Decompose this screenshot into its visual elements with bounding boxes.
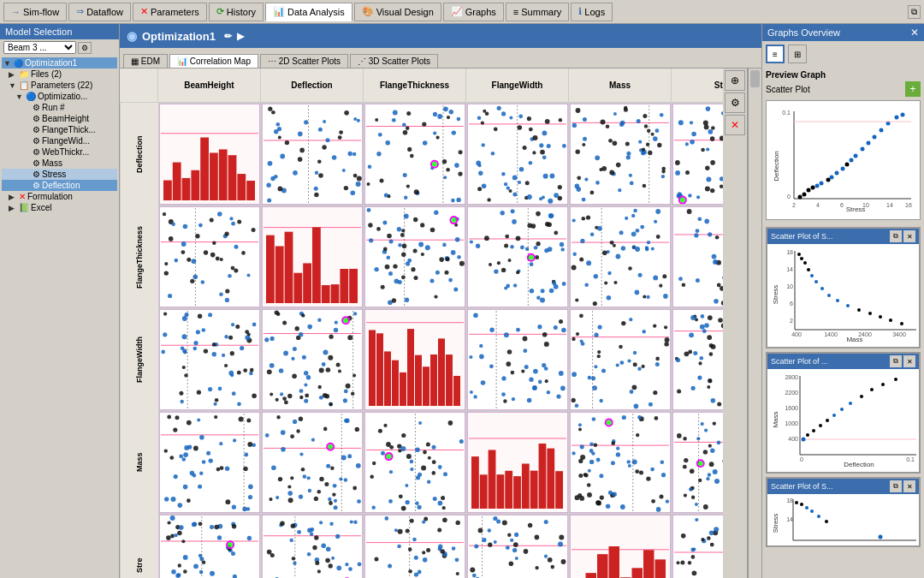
scatter-cell-2-5[interactable] [672,308,723,411]
svg-point-946 [378,429,382,433]
tree-item-formulation[interactable]: ▶ ✕ Formulation [2,191,117,202]
scatter-cell-3-5[interactable] [672,411,723,514]
svg-point-1397 [835,171,839,176]
tab-edm[interactable]: ▦ EDM [123,54,168,68]
scatter-cell-2-3[interactable] [466,308,569,411]
scatter-cell-0-1[interactable] [261,103,364,206]
graphs-overview-scroll[interactable]: Preview Graph Scatter Plot + Deflection … [762,67,924,578]
filter-tool[interactable]: ✕ [725,115,745,135]
tab-2d-scatter[interactable]: ⋯ 2D Scatter Plots [260,54,348,68]
scatter-cell-3-1[interactable] [261,411,364,514]
svg-point-854 [184,445,189,450]
close-graphs-overview[interactable]: ✕ [910,27,919,39]
svg-point-179 [582,143,585,146]
svg-point-425 [504,243,508,247]
scatter-cell-3-0[interactable] [158,411,261,514]
tree-item-deflection[interactable]: ▶ ⚙ Deflection [2,180,117,191]
tab-logs[interactable]: ℹ Logs [571,3,613,21]
model-select-btn[interactable]: ⚙ [78,42,92,54]
model-select-dropdown[interactable]: Beam 3 ... [3,41,76,54]
vertical-scrollbar[interactable] [748,69,761,578]
scatter-cell-2-2[interactable] [364,308,466,411]
grid-view-btn[interactable]: ⊞ [788,45,807,63]
settings-tool[interactable]: ⚙ [725,92,745,113]
tree-item-flangethick[interactable]: ▶ ⚙ FlangeThick... [2,124,117,135]
svg-point-1008 [606,504,610,509]
tab-parameters[interactable]: ✕ Parameters [133,3,207,21]
svg-point-585 [231,323,234,326]
svg-point-1456 [840,408,844,411]
scatter-cell-3-2[interactable] [364,411,466,514]
svg-point-336 [389,240,394,244]
tab-summary[interactable]: ≡ Summary [506,3,569,21]
svg-point-609 [282,396,287,401]
tab-graphs[interactable]: 📈 Graphs [443,3,504,21]
tree-item-run[interactable]: ▶ ⚙ Run # [2,102,117,113]
scatter-cell-0-5[interactable] [672,103,723,206]
mini-graph-3-close[interactable]: ✕ [903,480,915,492]
svg-point-1023 [620,504,625,509]
tree-item-opt-node[interactable]: ▼ 🔵 Optimizatio... [2,91,117,102]
scatter-cell-3-4[interactable] [569,411,672,514]
tab-dataflow[interactable]: ⇒ Dataflow [68,3,131,21]
scatter-cell-1-1[interactable] [261,206,364,308]
scatter-cell-1-4[interactable] [569,206,672,308]
svg-point-90 [406,111,411,116]
tab-visual-design[interactable]: 🎨 Visual Design [354,3,441,21]
svg-point-752 [598,325,602,329]
tab-history[interactable]: ⟳ History [209,3,264,21]
scatter-cell-0-0[interactable] [158,103,261,206]
cursor-tool[interactable]: ⊕ [725,70,745,91]
tree-item-files[interactable]: ▶ 📁 Files (2) [2,69,117,80]
tree-item-optimization1[interactable]: ▼ 🔵 Optimization1 [2,57,117,69]
scatter-cell-2-0[interactable] [158,308,261,411]
add-graph-btn[interactable]: + [905,81,921,97]
scatter-cell-2-4[interactable] [569,308,672,411]
scatter-cell-3-3[interactable] [466,411,569,514]
svg-text:1400: 1400 [824,331,838,337]
scatter-cell-1-2[interactable] [364,206,466,308]
mini-graph-1-restore[interactable]: ⧉ [890,230,902,242]
edit-icon[interactable]: ✏ [224,31,232,42]
list-view-btn[interactable]: ≡ [766,45,785,63]
svg-point-617 [299,389,304,393]
svg-rect-1325 [655,559,666,578]
mini-graph-1-close[interactable]: ✕ [903,230,915,242]
tree-item-excel[interactable]: ▶ 📗 Excel [2,202,117,213]
svg-point-574 [243,368,247,372]
svg-point-1236 [456,521,460,525]
svg-rect-326 [331,284,340,303]
tree-item-flangewidth[interactable]: ▶ ⚙ FlangeWid... [2,135,117,146]
scatter-cell-4-3[interactable] [466,514,569,578]
scatter-cell-0-2[interactable] [364,103,466,206]
scatter-cell-1-0[interactable] [158,206,261,308]
scatter-cell-2-1[interactable] [261,308,364,411]
svg-point-513 [722,276,723,280]
svg-point-1039 [595,500,601,505]
svg-point-248 [705,166,709,170]
scatter-cell-0-4[interactable] [569,103,672,206]
tab-sim-flow[interactable]: → Sim-flow [3,3,67,21]
scatter-cell-0-3[interactable] [466,103,569,206]
svg-point-118 [512,193,517,197]
tree-item-parameters[interactable]: ▼ 📋 Parameters (22) [2,80,117,91]
scatter-cell-4-1[interactable] [261,514,364,578]
tab-data-analysis[interactable]: 📊 Data Analysis [265,3,352,21]
tree-item-mass[interactable]: ▶ ⚙ Mass [2,158,117,169]
mini-graph-2-restore[interactable]: ⧉ [890,355,902,367]
mini-graph-3-restore[interactable]: ⧉ [890,480,902,492]
scatter-cell-1-5[interactable] [672,206,723,308]
tab-3d-scatter[interactable]: ⋰ 3D Scatter Plots [350,54,438,68]
tree-item-webthick[interactable]: ▶ ⚙ WebThickr... [2,146,117,158]
scatter-cell-4-4[interactable] [569,514,672,578]
tab-correlation-map[interactable]: 📊 Correlation Map [169,54,258,68]
restore-button[interactable]: ⧉ [908,5,921,19]
svg-point-93 [376,152,381,156]
mini-graph-2-close[interactable]: ✕ [903,355,915,367]
tree-item-stress[interactable]: ▶ ⚙ Stress [2,169,117,180]
scatter-cell-4-2[interactable] [364,514,466,578]
scatter-cell-4-5[interactable] [672,514,723,578]
scatter-cell-4-0[interactable] [158,514,261,578]
tree-item-beamheight[interactable]: ▶ ⚙ BeamHeight [2,113,117,124]
scatter-cell-1-3[interactable] [466,206,569,308]
